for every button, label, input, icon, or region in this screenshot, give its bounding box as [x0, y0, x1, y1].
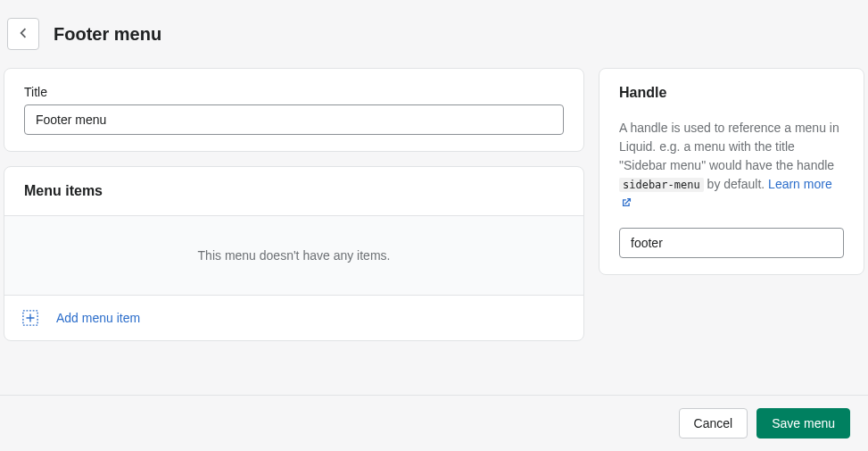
handle-input[interactable]	[619, 228, 844, 258]
handle-heading: Handle	[619, 85, 844, 101]
menu-items-heading: Menu items	[4, 167, 583, 216]
handle-description: A handle is used to reference a menu in …	[619, 119, 844, 213]
add-dashed-icon	[22, 310, 38, 326]
menu-items-card: Menu items This menu doesn't have any it…	[4, 166, 584, 341]
footer-actions: Cancel Save menu	[0, 395, 868, 451]
title-card: Title	[4, 68, 584, 152]
page-header: Footer menu	[0, 0, 868, 68]
cancel-button[interactable]: Cancel	[679, 408, 748, 438]
back-button[interactable]	[7, 18, 39, 50]
add-menu-item-label: Add menu item	[56, 311, 140, 325]
title-label: Title	[24, 85, 564, 99]
arrow-left-icon	[15, 25, 31, 44]
external-link-icon	[621, 195, 632, 213]
title-input[interactable]	[24, 104, 564, 135]
save-button[interactable]: Save menu	[756, 408, 850, 438]
menu-items-empty: This menu doesn't have any items.	[4, 216, 583, 296]
page-title: Footer menu	[54, 24, 161, 45]
handle-code-example: sidebar-menu	[619, 178, 704, 192]
add-menu-item-button[interactable]: Add menu item	[4, 296, 583, 340]
handle-card: Handle A handle is used to reference a m…	[599, 68, 864, 275]
learn-more-text: Learn more	[768, 177, 832, 191]
handle-desc-prefix: A handle is used to reference a menu in …	[619, 121, 839, 172]
handle-desc-suffix: by default.	[704, 177, 768, 191]
